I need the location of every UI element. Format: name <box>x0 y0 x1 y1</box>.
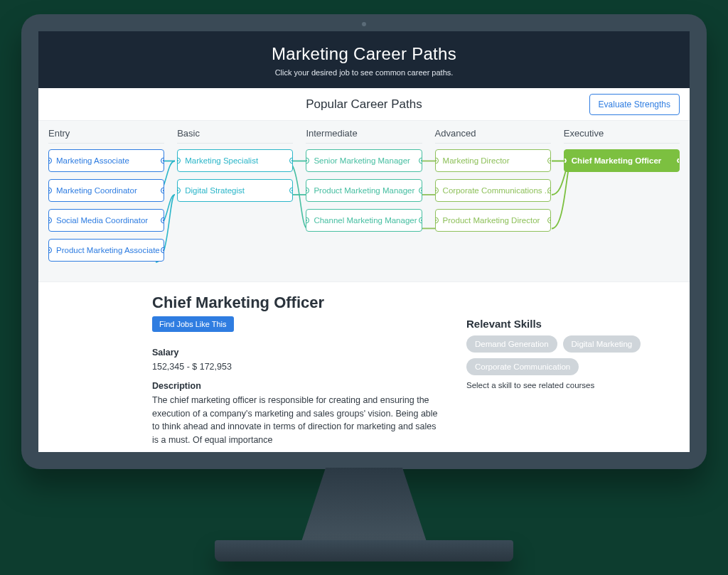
page-title: Marketing Career Paths <box>46 44 682 64</box>
connector-dot-icon <box>48 188 52 194</box>
skill-chip[interactable]: Demand Generation <box>466 335 557 353</box>
find-jobs-button[interactable]: Find Jobs Like This <box>152 316 234 332</box>
job-label: Senior Marketing Manager <box>314 156 410 165</box>
monitor-stand-neck <box>300 468 428 546</box>
job-label: Marketing Specialist <box>185 156 258 165</box>
job-label: Channel Marketing Manager <box>314 216 417 225</box>
job-label: Product Marketing Associate <box>56 246 160 254</box>
hero: Marketing Career Paths Click your desire… <box>38 31 690 88</box>
connector-dot-icon <box>48 217 52 224</box>
skills-title: Relevant Skills <box>466 318 680 330</box>
job-pill[interactable]: Marketing Specialist <box>177 149 293 172</box>
job-pill[interactable]: Product Marketing Director <box>435 209 551 232</box>
connector-dot-icon <box>419 158 422 164</box>
monitor-stand-base <box>215 540 513 561</box>
skill-chip[interactable]: Corporate Communication <box>466 358 579 375</box>
job-label: Chief Marketing Officer <box>572 156 662 165</box>
connector-dot-icon <box>161 247 164 254</box>
skills-hint: Select a skill to see related courses <box>466 381 680 389</box>
connector-dot-icon <box>161 188 164 194</box>
connector-dot-icon <box>306 217 309 224</box>
job-label: Marketing Coordinator <box>56 186 137 195</box>
job-label: Product Marketing Director <box>443 216 540 225</box>
connector-dot-icon <box>306 158 309 164</box>
connector-dot-icon <box>435 158 439 164</box>
column-intermediate: Intermediate Senior Marketing Manager Pr… <box>306 128 422 269</box>
job-pill[interactable]: Senior Marketing Manager <box>306 149 422 172</box>
skill-chip[interactable]: Digital Marketing <box>563 335 641 353</box>
column-basic: Basic Marketing Specialist Digital Strat… <box>177 128 293 269</box>
job-pill[interactable]: Product Marketing Manager <box>306 179 422 202</box>
section-title: Popular Career Paths <box>306 97 422 112</box>
section-header: Popular Career Paths Evaluate Strengths <box>38 88 690 121</box>
page-subtitle: Click your desired job to see common car… <box>46 68 682 77</box>
column-title-advanced: Advanced <box>435 128 551 144</box>
connector-dot-icon <box>161 158 164 164</box>
connector-dot-icon <box>177 188 181 194</box>
connector-dot-icon <box>435 188 439 194</box>
evaluate-strengths-button[interactable]: Evaluate Strengths <box>589 94 680 115</box>
column-advanced: Advanced Marketing Director Corporate Co… <box>435 128 551 269</box>
column-title-entry: Entry <box>48 128 164 144</box>
connector-dot-icon <box>547 188 551 194</box>
column-entry: Entry Marketing Associate Marketing Coor… <box>48 128 164 269</box>
connector-dot-icon <box>306 188 309 194</box>
job-detail-panel: Chief Marketing Officer Find Jobs Like T… <box>38 281 690 452</box>
connector-dot-icon <box>419 217 422 224</box>
connector-dot-icon <box>564 158 567 164</box>
connector-dot-icon <box>419 188 422 194</box>
salary-label: Salary <box>152 348 438 358</box>
column-title-basic: Basic <box>177 128 293 144</box>
job-pill[interactable]: Marketing Coordinator <box>48 179 164 202</box>
job-label: Product Marketing Manager <box>314 186 414 195</box>
job-pill[interactable]: Corporate Communications ... <box>435 179 551 202</box>
job-pill[interactable]: Marketing Associate <box>48 149 164 172</box>
monitor-frame: Marketing Career Paths Click your desire… <box>21 14 707 469</box>
job-label: Corporate Communications ... <box>443 186 551 195</box>
job-label: Digital Strategist <box>185 186 245 195</box>
connector-dot-icon <box>48 247 52 254</box>
job-pill[interactable]: Social Media Coordinator <box>48 209 164 232</box>
connector-dot-icon <box>289 188 293 194</box>
job-pill[interactable]: Marketing Director <box>435 149 551 172</box>
connector-dot-icon <box>48 158 52 164</box>
job-pill-selected[interactable]: Chief Marketing Officer <box>564 149 680 172</box>
job-label: Marketing Director <box>443 156 510 165</box>
connector-dot-icon <box>161 217 164 224</box>
main-body: Popular Career Paths Evaluate Strengths <box>38 88 690 452</box>
salary-value: 152,345 - $ 172,953 <box>152 360 438 374</box>
camera-icon <box>362 22 366 26</box>
detail-title: Chief Marketing Officer <box>152 294 438 312</box>
app-screen: Marketing Career Paths Click your desire… <box>38 31 690 452</box>
job-pill[interactable]: Digital Strategist <box>177 179 293 202</box>
job-pill[interactable]: Channel Marketing Manager <box>306 209 422 232</box>
career-path-grid: Entry Marketing Associate Marketing Coor… <box>38 121 690 281</box>
connector-dot-icon <box>289 158 293 164</box>
connector-dot-icon <box>676 158 680 164</box>
job-label: Marketing Associate <box>56 156 129 165</box>
connector-dot-icon <box>547 158 551 164</box>
column-title-intermediate: Intermediate <box>306 128 422 144</box>
connector-dot-icon <box>547 217 551 224</box>
description-label: Description <box>152 381 438 391</box>
connector-dot-icon <box>177 158 181 164</box>
job-label: Social Media Coordinator <box>56 216 148 225</box>
connector-dot-icon <box>435 217 439 224</box>
description-text: The chief marketing officer is responsib… <box>152 394 438 447</box>
column-title-executive: Executive <box>564 128 680 144</box>
column-executive: Executive Chief Marketing Officer <box>564 128 680 269</box>
job-pill[interactable]: Product Marketing Associate <box>48 239 164 262</box>
